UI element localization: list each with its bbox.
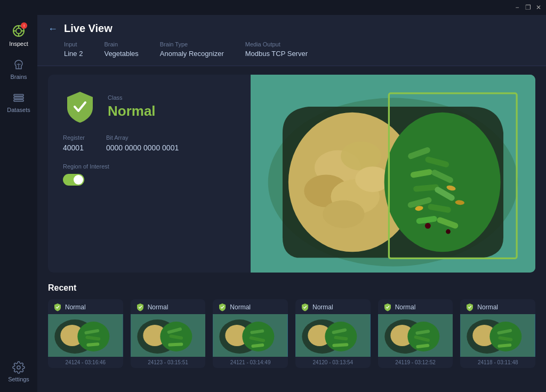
class-info: Class Normal [108, 94, 156, 119]
shield-icon [63, 90, 97, 124]
meta-media-output-value: Modbus TCP Server [245, 50, 308, 58]
recent-card-1-time: 03:15:51 [167, 359, 188, 365]
recent-card-5-id: 24118 [478, 359, 493, 365]
recent-card-4-label: Normal [395, 303, 416, 311]
recent-card-5-time: 03:11:48 [497, 359, 518, 365]
recent-card-0[interactable]: Normal [48, 299, 123, 368]
sidebar-item-brains[interactable]: Brains [3, 54, 35, 84]
recent-card-4-image [378, 314, 453, 357]
recent-card-1-shield-icon [136, 303, 144, 311]
recent-section: Recent Normal [48, 283, 535, 368]
header-meta: Input Line 2 Brain Vegetables Brain Type… [64, 41, 533, 58]
svg-point-34 [425, 223, 431, 229]
header-title-row: ← Live View [48, 22, 533, 35]
svg-point-20 [384, 113, 501, 252]
recent-thumb-4 [378, 314, 453, 357]
svg-rect-8 [14, 97, 23, 99]
recent-card-3-label: Normal [312, 303, 333, 311]
sidebar: ! Inspect Brains Datasets [0, 15, 37, 392]
recent-card-0-header: Normal [48, 299, 123, 314]
app-layout: ! Inspect Brains Datasets [0, 15, 546, 392]
register-section: Register 40001 Bit Array 0000 0000 0000 … [63, 134, 236, 153]
recent-card-3-shield-icon [301, 303, 309, 311]
svg-rect-9 [14, 100, 23, 101]
svg-rect-7 [14, 94, 23, 96]
recent-card-4-shield-icon [383, 303, 392, 311]
recent-card-2-header: Normal [213, 299, 288, 314]
svg-point-1 [16, 28, 21, 34]
recent-card-5-label: Normal [477, 303, 498, 311]
recent-card-2-label: Normal [230, 303, 251, 311]
roi-label: Region of Interest [63, 163, 236, 170]
meta-brain-value: Vegetables [104, 50, 138, 58]
meta-brain-type-value: Anomaly Recognizer [160, 50, 224, 58]
recent-card-5-shield-icon [465, 303, 474, 311]
recent-card-0-label: Normal [65, 303, 86, 311]
bit-array-label: Bit Array [106, 134, 179, 141]
recent-grid: Normal [48, 299, 535, 368]
close-button[interactable]: ✕ [534, 3, 543, 12]
header: ← Live View Input Line 2 Brain Vegetable… [37, 15, 546, 66]
bit-array-item: Bit Array 0000 0000 0000 0001 [106, 134, 179, 153]
meta-brain-type: Brain Type Anomaly Recognizer [160, 41, 224, 58]
recent-card-3-image [295, 314, 371, 357]
meta-media-output-label: Media Output [245, 41, 308, 47]
back-button[interactable]: ← [48, 24, 58, 34]
sidebar-settings-label: Settings [8, 376, 29, 382]
sidebar-item-inspect[interactable]: ! Inspect [3, 20, 35, 51]
recent-thumb-2 [213, 314, 288, 357]
svg-point-35 [446, 229, 451, 234]
recent-card-0-image [48, 314, 123, 357]
minimize-button[interactable]: − [513, 3, 521, 12]
recent-card-2-footer: 24121 - 03:14:49 [213, 357, 288, 368]
recent-card-0-shield-icon [53, 303, 62, 311]
bit-array-value: 0000 0000 0000 0001 [106, 143, 179, 152]
recent-card-1-id: 24123 [148, 359, 163, 365]
restore-button[interactable]: ❐ [524, 3, 532, 12]
recent-title: Recent [48, 283, 535, 293]
recent-card-3-header: Normal [295, 299, 371, 314]
recent-thumb-1 [131, 314, 206, 357]
recent-card-3-time: 03:13:54 [332, 359, 353, 365]
recent-card-2-shield-icon [218, 303, 227, 311]
recent-thumb-3 [295, 314, 371, 357]
recent-card-1[interactable]: Normal [131, 299, 206, 368]
recent-card-3[interactable]: Normal [295, 299, 371, 368]
recent-card-2[interactable]: Normal [213, 299, 288, 368]
sidebar-item-datasets[interactable]: Datasets [3, 87, 35, 117]
meta-brain-type-label: Brain Type [160, 41, 224, 47]
recent-card-4-header: Normal [378, 299, 453, 314]
recent-card-0-id: 24124 [66, 359, 81, 365]
recent-card-0-time: 03:16:46 [85, 359, 106, 365]
recent-card-4[interactable]: Normal [378, 299, 453, 368]
roi-toggle[interactable] [63, 174, 84, 186]
recent-card-0-footer: 24124 - 03:16:46 [48, 357, 123, 368]
class-label: Class [108, 94, 156, 101]
page-title: Live View [64, 22, 113, 35]
roi-section: Region of Interest [63, 163, 236, 186]
detection-panel: Class Normal Register 40001 Bit Array 00… [48, 75, 535, 273]
class-section: Class Normal [63, 90, 236, 124]
recent-card-5[interactable]: Normal [460, 299, 535, 368]
recent-card-1-header: Normal [131, 299, 206, 314]
inspect-icon-wrapper: ! [12, 25, 25, 38]
datasets-icon [12, 92, 25, 105]
sidebar-item-settings[interactable]: Settings [3, 357, 35, 387]
recent-card-4-time: 03:12:52 [415, 359, 436, 365]
meta-input-value: Line 2 [64, 50, 83, 58]
recent-card-2-image [213, 314, 288, 357]
recent-card-2-time: 03:14:49 [250, 359, 271, 365]
meta-media-output: Media Output Modbus TCP Server [245, 41, 308, 58]
sidebar-brains-label: Brains [10, 74, 27, 80]
brains-icon [12, 59, 25, 71]
svg-point-10 [17, 366, 20, 369]
recent-card-4-id: 24119 [395, 359, 410, 365]
register-value: 40001 [63, 143, 84, 152]
svg-point-40 [77, 322, 109, 351]
meta-brain: Brain Vegetables [104, 41, 138, 58]
detection-info: Class Normal Register 40001 Bit Array 00… [48, 75, 251, 273]
sidebar-inspect-label: Inspect [9, 41, 28, 47]
recent-card-1-image [131, 314, 206, 357]
main-content: Class Normal Register 40001 Bit Array 00… [37, 66, 546, 392]
recent-card-5-image [460, 314, 535, 357]
